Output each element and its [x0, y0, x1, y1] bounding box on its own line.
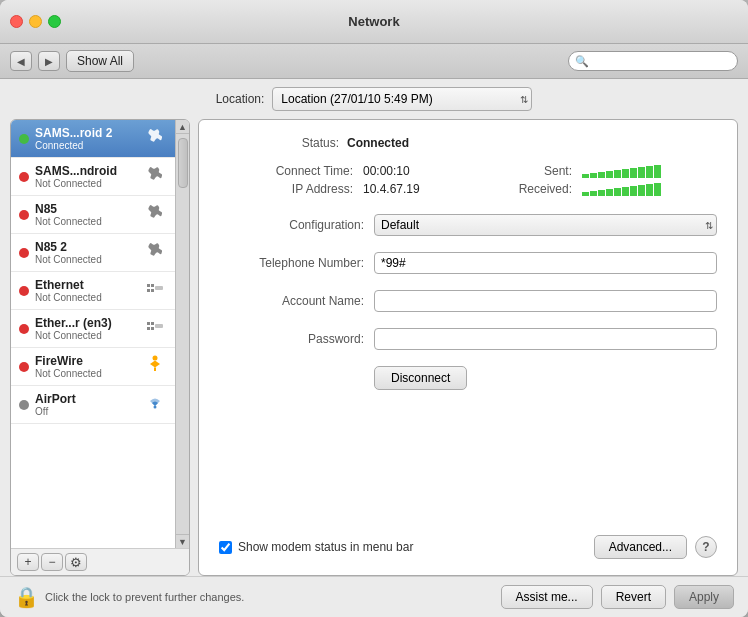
- status-dot: [19, 324, 29, 334]
- account-row: Account Name:: [219, 290, 717, 312]
- titlebar: Network: [0, 0, 748, 44]
- status-row: Status: Connected: [219, 136, 717, 150]
- item-status: Not Connected: [35, 254, 137, 265]
- item-status: Not Connected: [35, 178, 137, 189]
- ip-label: IP Address:: [219, 182, 359, 196]
- show-all-button[interactable]: Show All: [66, 50, 134, 72]
- disconnect-button[interactable]: Disconnect: [374, 366, 467, 390]
- sidebar-list: SAMS...roid 2ConnectedSAMS...ndroidNot C…: [11, 120, 175, 548]
- item-name: N85: [35, 202, 137, 216]
- item-name: N85 2: [35, 240, 137, 254]
- connect-time-value: 00:00:10: [359, 164, 498, 178]
- password-input[interactable]: [374, 328, 717, 350]
- item-text: SAMS...roid 2Connected: [35, 126, 137, 151]
- received-label: Received:: [498, 182, 578, 196]
- maximize-button[interactable]: [48, 15, 61, 28]
- svg-rect-1: [147, 289, 150, 292]
- item-status: Not Connected: [35, 330, 137, 341]
- advanced-button[interactable]: Advanced...: [594, 535, 687, 559]
- svg-rect-6: [147, 327, 150, 330]
- item-text: SAMS...ndroidNot Connected: [35, 164, 137, 189]
- sidebar-item-sams...ndroid[interactable]: SAMS...ndroidNot Connected: [11, 158, 175, 196]
- phone-row: Telephone Number:: [219, 252, 717, 274]
- phone-input[interactable]: [374, 252, 717, 274]
- ip-value: 10.4.67.19: [359, 182, 498, 196]
- config-select[interactable]: Default: [374, 214, 717, 236]
- sidebar-item-ethernet[interactable]: EthernetNot Connected: [11, 272, 175, 310]
- location-label: Location:: [216, 92, 265, 106]
- right-panel: Status: Connected Connect Time: 00:00:10…: [198, 119, 738, 576]
- svg-rect-8: [151, 327, 154, 330]
- location-select[interactable]: Location (27/01/10 5:49 PM): [272, 87, 532, 111]
- svg-rect-7: [151, 322, 154, 325]
- sidebar-item-ether...r-(en3)[interactable]: Ether...r (en3)Not Connected: [11, 310, 175, 348]
- help-button[interactable]: ?: [695, 536, 717, 558]
- search-bar: 🔍: [568, 51, 738, 71]
- apply-button[interactable]: Apply: [674, 585, 734, 609]
- sidebar-item-firewire[interactable]: FireWireNot Connected: [11, 348, 175, 386]
- received-bars: [578, 182, 717, 196]
- svg-rect-4: [155, 286, 163, 290]
- close-button[interactable]: [10, 15, 23, 28]
- assist-me-button[interactable]: Assist me...: [501, 585, 593, 609]
- sidebar-scrollbar: ▲ ▼: [175, 120, 189, 548]
- svg-rect-5: [147, 322, 150, 325]
- show-modem-checkbox[interactable]: [219, 541, 232, 554]
- network-settings-button[interactable]: ⚙: [65, 553, 87, 571]
- disconnect-row: Disconnect: [219, 366, 717, 390]
- sidebar-item-n85-2[interactable]: N85 2Not Connected: [11, 234, 175, 272]
- svg-rect-3: [151, 289, 154, 292]
- scroll-down-arrow[interactable]: ▼: [176, 534, 190, 548]
- phone-label: Telephone Number:: [219, 256, 374, 270]
- status-label: Status:: [219, 136, 339, 150]
- account-input[interactable]: [374, 290, 717, 312]
- forward-button[interactable]: ▶: [38, 51, 60, 71]
- traffic-lights: [10, 15, 61, 28]
- item-icon: [143, 316, 167, 341]
- window-title: Network: [348, 14, 399, 29]
- revert-button[interactable]: Revert: [601, 585, 666, 609]
- scroll-up-arrow[interactable]: ▲: [176, 120, 190, 134]
- search-input[interactable]: [592, 55, 731, 67]
- item-status: Connected: [35, 140, 137, 151]
- item-text: AirPortOff: [35, 392, 137, 417]
- status-dot: [19, 172, 29, 182]
- back-button[interactable]: ◀: [10, 51, 32, 71]
- config-select-wrapper: Default: [374, 214, 717, 236]
- svg-rect-9: [155, 324, 163, 328]
- status-dot: [19, 362, 29, 372]
- config-label: Configuration:: [219, 218, 374, 232]
- item-icon: [143, 392, 167, 417]
- item-status: Not Connected: [35, 216, 137, 227]
- minimize-button[interactable]: [29, 15, 42, 28]
- lock-text: Click the lock to prevent further change…: [45, 591, 244, 603]
- sidebar-item-sams...roid-2[interactable]: SAMS...roid 2Connected: [11, 120, 175, 158]
- sidebar-item-airport[interactable]: AirPortOff: [11, 386, 175, 424]
- svg-rect-2: [151, 284, 154, 287]
- add-network-button[interactable]: +: [17, 553, 39, 571]
- location-select-wrapper: Location (27/01/10 5:49 PM): [272, 87, 532, 111]
- item-name: FireWire: [35, 354, 137, 368]
- show-modem-label: Show modem status in menu bar: [238, 540, 413, 554]
- item-text: EthernetNot Connected: [35, 278, 137, 303]
- status-dot: [19, 210, 29, 220]
- item-name: Ether...r (en3): [35, 316, 137, 330]
- item-icon: [143, 278, 167, 303]
- scroll-thumb[interactable]: [178, 138, 188, 188]
- location-bar: Location: Location (27/01/10 5:49 PM): [0, 79, 748, 119]
- sidebar: SAMS...roid 2ConnectedSAMS...ndroidNot C…: [10, 119, 190, 576]
- remove-network-button[interactable]: −: [41, 553, 63, 571]
- svg-point-10: [153, 356, 158, 361]
- lock-area: 🔒 Click the lock to prevent further chan…: [14, 585, 244, 609]
- sidebar-item-n85[interactable]: N85Not Connected: [11, 196, 175, 234]
- show-modem-row: Show modem status in menu bar: [219, 540, 413, 554]
- panel-footer: Show modem status in menu bar Advanced..…: [219, 535, 717, 559]
- main-content: SAMS...roid 2ConnectedSAMS...ndroidNot C…: [0, 119, 748, 576]
- sidebar-controls: + − ⚙: [11, 548, 189, 575]
- toolbar: ◀ ▶ Show All 🔍: [0, 44, 748, 79]
- search-icon: 🔍: [575, 55, 589, 68]
- footer-buttons: Assist me... Revert Apply: [501, 585, 734, 609]
- sent-bars: [578, 164, 717, 178]
- item-name: SAMS...roid 2: [35, 126, 137, 140]
- lock-icon[interactable]: 🔒: [14, 585, 39, 609]
